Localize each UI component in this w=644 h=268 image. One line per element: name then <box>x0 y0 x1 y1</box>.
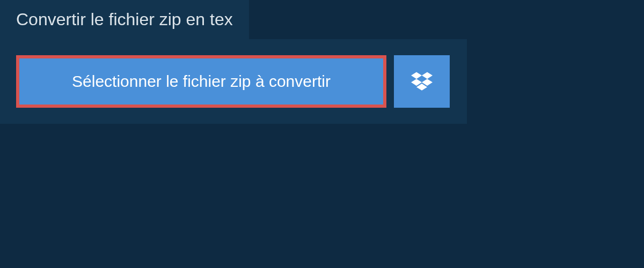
tab-title: Convertir le fichier zip en tex <box>16 10 233 29</box>
dropbox-button[interactable] <box>394 55 450 108</box>
svg-marker-0 <box>411 72 422 79</box>
tab-header[interactable]: Convertir le fichier zip en tex <box>0 0 249 39</box>
svg-marker-1 <box>422 72 433 79</box>
button-row: Sélectionner le fichier zip à convertir <box>16 55 451 108</box>
conversion-panel: Sélectionner le fichier zip à convertir <box>0 39 467 124</box>
dropbox-icon <box>411 72 433 91</box>
select-file-button[interactable]: Sélectionner le fichier zip à convertir <box>16 55 386 108</box>
select-file-label: Sélectionner le fichier zip à convertir <box>72 72 331 90</box>
